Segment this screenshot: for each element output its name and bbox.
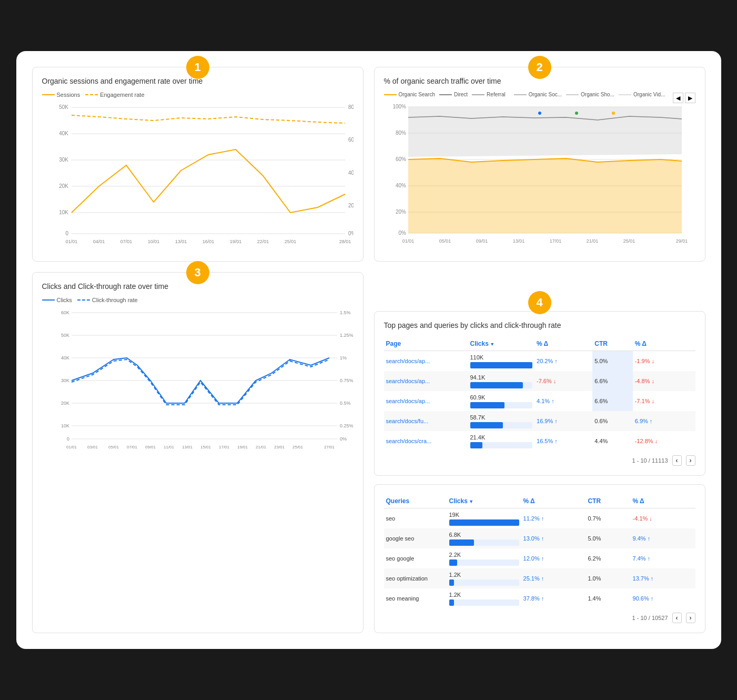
pages-pagination-label: 1 - 10 / 11113 [632,457,668,464]
svg-text:40K: 40K [60,355,69,361]
badge-1: 1 [186,56,209,79]
pages-prev-btn[interactable]: ‹ [672,455,682,466]
svg-text:0.5%: 0.5% [340,401,351,406]
svg-text:0%: 0% [340,436,347,442]
query-delta: 37.8% ↑ [521,588,586,608]
chart1-svg: 50K 40K 30K 20K 10K 0 80% 60% 40% 20% 0%… [42,102,354,249]
svg-text:13/01: 13/01 [181,445,193,449]
svg-text:19/01: 19/01 [237,445,248,449]
pages-table-row: search/docs/fu... 58.7K 16.9% ↑ 0.6% 6.9… [384,411,695,431]
queries-table-card: Queries Clicks % Δ CTR % Δ seo 19K 11.2%… [374,484,705,633]
svg-text:25/01: 25/01 [623,238,635,244]
svg-text:22/01: 22/01 [257,239,269,244]
legend-direct: Direct [454,92,468,97]
page-ctr: 0.6% [592,411,632,431]
svg-text:03/01: 03/01 [87,445,98,449]
page-delta: 16.9% ↑ [534,411,592,431]
query-delta: 13.0% ↑ [521,528,586,548]
chart1-legend: Sessions Engagement rate [42,92,354,98]
svg-text:20%: 20% [348,203,354,208]
direct-icon [439,94,452,95]
svg-text:16/01: 16/01 [202,239,214,244]
pages-table-card: Top pages and queries by clicks and clic… [374,311,705,476]
svg-text:01/01: 01/01 [66,445,77,449]
svg-text:0.75%: 0.75% [340,378,354,383]
svg-point-52 [612,112,615,115]
chart2-container: 100% 80% 60% 40% 20% 0% 01/01 05/01 0 [384,102,695,251]
referral-icon [472,94,484,95]
pages-col-clicks[interactable]: Clicks [468,337,535,351]
chart3-container: 60K 50K 40K 30K 20K 10K 0 1.5% 1.25% 1% … [42,307,354,457]
badge-4: 4 [528,291,551,314]
clicks-line-icon [42,299,55,301]
svg-text:17/01: 17/01 [218,445,229,449]
page-name: search/docs/ap... [384,351,468,372]
svg-text:60K: 60K [60,310,69,315]
pages-table: Page Clicks % Δ CTR % Δ search/docs/ap..… [384,337,695,451]
svg-text:25/01: 25/01 [292,445,303,449]
svg-text:10K: 10K [59,209,68,215]
card-organic-traffic: 2 % of organic search traffic over time … [374,67,705,262]
svg-text:04/01: 04/01 [93,239,105,244]
page-delta: -7.6% ↓ [534,371,592,391]
queries-col-clicks[interactable]: Clicks [447,494,521,508]
pages-col-ctr-delta: % Δ [633,337,695,351]
queries-table-row: seo google 2.2K 12.0% ↑ 6.2% 7.4% ↑ [384,548,695,568]
svg-text:07/01: 07/01 [120,239,132,244]
queries-prev-btn[interactable]: ‹ [672,613,682,623]
page-ctr: 6.6% [592,391,632,411]
svg-marker-41 [408,158,682,233]
svg-text:23/01: 23/01 [274,445,285,449]
svg-text:50K: 50K [60,333,69,338]
svg-text:05/01: 05/01 [108,445,119,449]
query-clicks-cell: 6.8K [447,528,521,548]
organic-sho-icon [566,94,579,95]
query-name: seo [384,508,447,529]
pages-next-btn[interactable]: › [686,455,695,466]
svg-text:0%: 0% [398,230,406,236]
queries-col-ctr-delta: % Δ [631,494,695,508]
svg-point-51 [575,112,578,115]
badge-3: 3 [186,261,209,284]
page-name: search/docs/cra... [384,431,468,451]
svg-text:0: 0 [66,436,69,442]
svg-text:07/01: 07/01 [126,445,137,449]
legend-organic-sho: Organic Sho... [581,92,614,97]
page-ctr: 4.4% [592,431,632,451]
svg-text:21/01: 21/01 [255,445,266,449]
svg-text:11/01: 11/01 [163,445,174,449]
ctr-line-icon [77,299,90,301]
organic-vid-icon [619,94,631,95]
svg-marker-39 [408,107,682,117]
pages-col-page: Page [384,337,468,351]
page-ctr-delta: -4.8% ↓ [633,371,695,391]
page-name: search/docs/ap... [384,371,468,391]
chart2-svg: 100% 80% 60% 40% 20% 0% 01/01 05/01 0 [384,102,695,249]
dashboard: 1 Organic sessions and engagement rate o… [16,51,721,649]
legend-organic-soc: Organic Soc... [529,92,562,97]
svg-text:1%: 1% [340,355,347,361]
badge-2: 2 [528,56,551,79]
query-clicks-cell: 2.2K [447,548,521,568]
svg-text:13/01: 13/01 [175,239,187,244]
page-delta: 16.5% ↑ [534,431,592,451]
svg-text:0%: 0% [348,231,354,236]
page-ctr-delta: 6.9% ↑ [633,411,695,431]
page-ctr-delta: -12.8% ↓ [633,431,695,451]
page-delta: 4.1% ↑ [534,391,592,411]
queries-next-btn[interactable]: › [686,613,695,623]
chart2-legend: Organic Search Direct Referral Organic S… [384,92,695,97]
page-ctr-delta: -1.9% ↓ [633,351,695,372]
query-delta: 25.1% ↑ [521,568,586,588]
svg-text:20%: 20% [395,209,406,215]
legend-ctr-label: Click-through rate [92,297,138,303]
page-delta: 20.2% ↑ [534,351,592,372]
page-clicks-cell: 60.9K [468,391,535,411]
svg-text:13/01: 13/01 [512,238,524,244]
svg-text:30K: 30K [60,378,69,383]
svg-text:40%: 40% [395,183,406,188]
query-ctr: 5.0% [585,528,630,548]
pages-pagination: 1 - 10 / 11113 ‹ › [384,455,695,466]
query-ctr-delta: -4.1% ↓ [631,508,695,529]
card-organic-sessions: 1 Organic sessions and engagement rate o… [32,67,364,262]
